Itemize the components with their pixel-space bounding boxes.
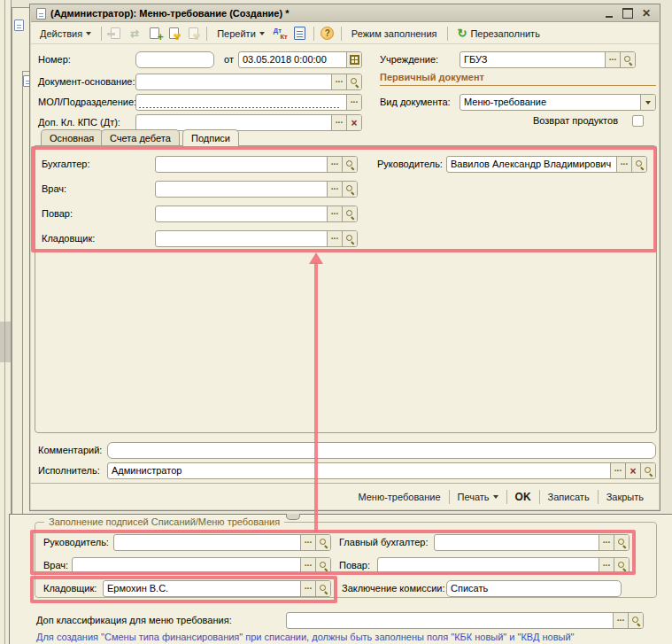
doctor-input[interactable]	[155, 181, 358, 198]
magnifier-icon	[617, 561, 627, 570]
choose-button[interactable]	[300, 581, 315, 596]
dop-class-input[interactable]	[286, 612, 644, 629]
commission-input[interactable]: Списать	[446, 580, 622, 597]
choose-button[interactable]	[613, 613, 628, 628]
save-button[interactable]: Записать	[540, 492, 598, 502]
fill-from-base-icon[interactable]	[106, 25, 124, 43]
minimize-button[interactable]	[602, 7, 616, 19]
storekeeper-label: Кладовщик:	[42, 230, 95, 247]
cook-input[interactable]	[155, 206, 358, 222]
magnifier-icon	[623, 55, 633, 65]
open-button[interactable]	[614, 535, 629, 550]
comment-input[interactable]	[107, 442, 656, 459]
tab-debit-accounts[interactable]: Счета дебета	[101, 129, 180, 146]
fill-signatures-window: Заполнение подписей Списаний/Меню требов…	[9, 514, 672, 644]
choose-button[interactable]	[327, 231, 342, 246]
calendar-button[interactable]	[346, 52, 361, 67]
actions-button[interactable]: Действия	[35, 27, 97, 41]
print-label: Печать	[458, 492, 490, 502]
menu-requirement-button[interactable]: Меню-требование	[350, 492, 448, 502]
maximize-button[interactable]	[621, 7, 635, 19]
document-list-icon[interactable]	[291, 25, 309, 43]
choose-button[interactable]	[610, 463, 625, 478]
goto-button[interactable]: Перейти	[212, 27, 270, 41]
magnifier-icon	[345, 209, 355, 219]
doctor-label: Врач:	[42, 181, 66, 198]
open-button[interactable]	[342, 231, 357, 246]
choose-button[interactable]	[327, 157, 342, 172]
choose-button[interactable]	[300, 535, 315, 550]
clear-button[interactable]	[625, 463, 640, 478]
storekeeper-input[interactable]: Ермохин В.С.	[103, 580, 331, 597]
choose-button[interactable]	[300, 558, 315, 573]
goto-label: Перейти	[217, 28, 256, 39]
return-products-checkbox[interactable]	[632, 115, 644, 127]
open-button[interactable]	[640, 463, 655, 478]
doctor-input[interactable]	[72, 557, 331, 574]
choose-button[interactable]	[346, 95, 361, 110]
primary-document-header: Первичный документ	[380, 72, 656, 86]
unpost-document-icon[interactable]	[184, 25, 202, 43]
open-button[interactable]	[315, 581, 330, 596]
clear-button[interactable]	[346, 115, 361, 130]
refill-label: Перезаполнить	[470, 28, 539, 39]
chevron-down-icon	[259, 32, 265, 35]
refill-button[interactable]: ↻ Перезаполнить	[452, 25, 545, 42]
institution-input[interactable]: ГБУЗ	[460, 51, 636, 68]
open-button[interactable]	[628, 613, 643, 628]
post-document-icon[interactable]	[165, 25, 182, 43]
doc-kind-select[interactable]: Меню-требование	[460, 94, 656, 111]
number-input[interactable]	[135, 51, 214, 68]
window-title: (Администратор): Меню-требование (Создан…	[50, 8, 598, 19]
dropdown-button[interactable]	[640, 95, 655, 110]
magnifier-icon	[345, 159, 355, 169]
base-doc-input[interactable]	[135, 74, 362, 90]
choose-button[interactable]	[616, 157, 631, 172]
debit-credit-icon[interactable]: ДтКт	[272, 25, 290, 43]
executor-input[interactable]: Администратор	[107, 462, 656, 479]
base-doc-label: Документ-основание:	[38, 74, 135, 90]
return-products-label: Возврат продуктов	[533, 113, 618, 129]
open-button[interactable]	[342, 182, 357, 197]
cook-input[interactable]	[377, 557, 630, 574]
choose-button[interactable]	[327, 182, 342, 197]
open-button[interactable]	[315, 535, 330, 550]
chief-accountant-input[interactable]	[434, 534, 630, 551]
mol-input[interactable]	[135, 94, 362, 111]
tab-signatures[interactable]: Подписи	[182, 129, 239, 147]
accountant-input[interactable]	[155, 156, 358, 173]
doc-kind-label: Вид документа:	[380, 94, 451, 111]
fill-mode-button[interactable]: Режим заполнения	[346, 27, 443, 41]
head-input[interactable]	[113, 534, 331, 551]
cook-label: Повар:	[339, 557, 370, 574]
open-button[interactable]	[346, 74, 361, 89]
choose-button[interactable]	[327, 206, 342, 221]
open-button[interactable]	[614, 558, 629, 573]
ok-button[interactable]: OK	[507, 491, 539, 503]
date-input[interactable]: 03.05.2018 0:00:00	[238, 51, 362, 68]
choose-button[interactable]	[599, 535, 614, 550]
choose-button[interactable]	[331, 74, 346, 89]
open-button[interactable]	[315, 558, 330, 573]
print-button[interactable]: Печать	[450, 492, 506, 502]
open-button[interactable]	[620, 52, 635, 67]
copy-icon[interactable]	[145, 25, 163, 43]
refill-icon: ↻	[458, 27, 467, 40]
chevron-down-icon	[86, 32, 91, 35]
storekeeper-input[interactable]	[155, 230, 358, 247]
close-window-button[interactable]: Закрыть	[599, 492, 652, 502]
open-button[interactable]	[342, 206, 357, 221]
choose-button[interactable]	[331, 115, 346, 130]
close-button[interactable]	[639, 7, 653, 19]
refresh-icon[interactable]: ⇄	[126, 25, 143, 43]
choose-button[interactable]	[599, 558, 614, 573]
fill-mode-label: Режим заполнения	[351, 28, 437, 39]
open-button[interactable]	[631, 157, 646, 172]
accountant-label: Бухгалтер:	[42, 156, 90, 173]
choose-button[interactable]	[605, 52, 620, 67]
open-button[interactable]	[342, 157, 357, 172]
storekeeper-label: Кладовщик:	[43, 580, 97, 597]
help-icon[interactable]: ?	[319, 25, 336, 43]
tab-main[interactable]: Основная	[41, 129, 103, 146]
head-input[interactable]: Вавилов Александр Владимирович	[446, 156, 647, 173]
